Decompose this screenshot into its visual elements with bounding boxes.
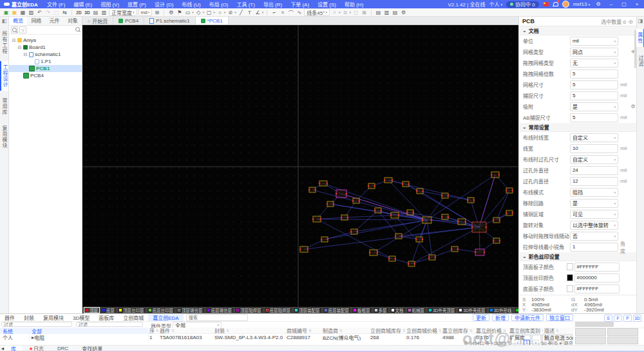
polygon-tool-button[interactable]: ◇ — [195, 9, 202, 16]
right-rail-过滤[interactable]: 过滤 — [637, 52, 644, 70]
ui-settings-button[interactable]: ⚙ — [400, 9, 407, 16]
sort-icon[interactable]: ⇅ — [469, 328, 473, 333]
footprint-preview[interactable] — [607, 328, 638, 336]
align-button-dropdown[interactable]: ▾ — [339, 10, 341, 14]
route-track-button[interactable]: ⌐ — [270, 9, 278, 16]
dock-button-申请新元件[interactable]: 申请新元件 — [511, 314, 544, 321]
source-个人[interactable]: 个人 — [0, 334, 29, 340]
collapse-right-panel-icon[interactable]: ◨ — [638, 18, 643, 24]
property-select[interactable]: 可见▾ — [570, 210, 618, 219]
menu-help[interactable]: 帮助 (H) — [341, 1, 367, 8]
library-tab-封装[interactable]: 封装 — [19, 314, 39, 321]
layer-板框层[interactable]: 板框层 — [352, 307, 372, 313]
redo-button[interactable]: ↷ — [44, 9, 52, 16]
column-header-器件[interactable]: 器件⇅ — [158, 328, 213, 333]
left-rail-所有工程[interactable]: 所有工程 — [1, 28, 8, 57]
close-button[interactable]: × — [632, 1, 641, 7]
property-input[interactable]: 24 — [570, 166, 618, 175]
column-header-序[interactable]: 序⇅ — [148, 328, 158, 333]
length-tune-button[interactable]: ∿ — [296, 9, 303, 16]
property-input[interactable]: #FFFFFF — [574, 263, 620, 272]
collab-status-pill[interactable]: 协同中 0 — [506, 1, 539, 8]
project-tab-对象[interactable]: 对象 — [64, 17, 82, 25]
library-tab-3D模型[interactable]: 3D模型 — [68, 314, 94, 321]
column-header-嘉立创库类别[interactable]: 嘉立创库类别⇅ — [508, 328, 543, 333]
canvas-settings-button[interactable]: ⚙ — [167, 9, 175, 16]
section-常用设置[interactable]: ⌄常用设置 — [519, 123, 636, 132]
new-button[interactable]: ▣ — [3, 9, 10, 16]
left-rail-常用库[interactable]: 常用库 — [1, 95, 8, 118]
menu-route[interactable]: 布线 (U) — [178, 1, 204, 8]
layer-顶层阻焊层[interactable]: 顶层阻焊层 — [234, 307, 263, 313]
grid-button[interactable]: ⊞ — [153, 9, 160, 16]
tree-item-pcb4[interactable]: PCB4 — [9, 72, 82, 79]
lock-button[interactable]: ◻ — [352, 9, 359, 16]
tree-expander-icon[interactable]: ⊟ — [12, 38, 16, 43]
dimension-tool-button[interactable]: ∠ — [254, 9, 261, 16]
filter-funnel-icon[interactable]: ▽ — [19, 26, 26, 33]
menu-design[interactable]: 设计 (D) — [151, 1, 177, 8]
library-tab-复用模块[interactable]: 复用模块 — [39, 314, 68, 321]
layer-底层[interactable]: 底层 — [100, 307, 117, 313]
class-电阻[interactable]: ▸ 电阻 — [29, 334, 148, 340]
tab-p1schematic1[interactable]: P1.schematic1 — [144, 17, 195, 24]
panel-left-toggle[interactable]: ▤ — [375, 9, 382, 16]
menu-order[interactable]: 下单 (A) — [287, 1, 313, 8]
symbol-preview[interactable] — [575, 328, 606, 336]
text-tool-button[interactable]: T — [246, 9, 253, 16]
circle-tool-button[interactable]: ○ — [216, 9, 223, 16]
column-header-嘉立创库存[interactable]: 嘉立创库存⇅ — [441, 328, 475, 333]
column-header-描述[interactable]: 描述⇅ — [543, 328, 573, 333]
library-tab-立创商城[interactable]: 立创商城 — [118, 314, 148, 321]
property-input[interactable]: 5 — [570, 91, 618, 100]
column-header-嘉立创价格[interactable]: 嘉立创价格⇅ — [475, 328, 508, 333]
property-select[interactable]: 阻挡▾ — [570, 188, 618, 197]
pin-icon[interactable]: ◎ — [629, 19, 633, 24]
app-logo[interactable]: 嘉立创EDA — [0, 1, 43, 8]
tab-开始页[interactable]: ⌂开始页 — [82, 17, 113, 24]
property-select[interactable]: 是▾ — [570, 199, 618, 208]
pcb-preview[interactable] — [575, 337, 606, 344]
layer-顶层装配层[interactable]: 顶层装配层 — [293, 307, 322, 313]
distribute-button-dropdown[interactable]: ▾ — [349, 10, 351, 14]
user-avatar[interactable] — [562, 1, 569, 8]
sort-icon[interactable]: ⇅ — [171, 328, 175, 333]
property-input[interactable]: 1 — [570, 243, 618, 252]
column-header-制造商[interactable]: 制造商⇅ — [321, 328, 369, 333]
property-select[interactable]: 网点▾ — [570, 48, 618, 57]
edition-select[interactable]: 个人▾ — [489, 1, 503, 8]
property-select[interactable]: 否▾ — [570, 232, 618, 241]
board-preview-button[interactable]: ▤ — [92, 9, 99, 16]
teardrop-button[interactable]: ⌒ — [287, 9, 294, 16]
layer-3D外形线[interactable]: 3D外形线 — [488, 307, 514, 313]
right-rail-属性[interactable]: 属性 — [636, 29, 644, 47]
property-select[interactable]: 是▾ — [570, 102, 618, 111]
panel-bottom-toggle[interactable]: ▥ — [383, 9, 390, 16]
dock-button-更新[interactable]: 更新 — [473, 314, 489, 321]
library-tab-嘉立创EDA[interactable]: 嘉立创EDA — [148, 314, 183, 321]
line-tool-button[interactable]: ╱ — [238, 9, 245, 16]
property-select[interactable]: 无▾ — [570, 59, 618, 68]
color-swatch[interactable] — [567, 285, 573, 292]
property-select[interactable]: 以选中整体旋转▾ — [570, 221, 618, 230]
minimize-button[interactable]: – — [607, 1, 616, 7]
dimension-tool-button-dropdown[interactable]: ▾ — [262, 10, 264, 14]
sort-icon[interactable]: ⇅ — [503, 328, 506, 333]
view-2d-button[interactable]: 2D — [75, 9, 82, 16]
project-tab-网络[interactable]: 网络 — [27, 17, 45, 25]
user-menu[interactable]: mxf13▾ — [573, 1, 590, 7]
project-tab-元件[interactable]: 元件 — [46, 17, 64, 25]
selection-filter-button[interactable]: ⬚ — [53, 9, 60, 16]
track-width-select[interactable]: 正常宽度▾ — [109, 8, 137, 16]
menu-file[interactable]: 文件 (F) — [43, 1, 69, 8]
library-tab-器件[interactable]: 器件 — [0, 314, 19, 321]
tree-item-1.p1[interactable]: 1.P1 — [9, 58, 82, 65]
sort-icon[interactable]: ⇅ — [556, 328, 559, 333]
property-select[interactable]: 自定义▾ — [570, 133, 618, 142]
menu-view[interactable]: 视图 (V) — [97, 1, 123, 8]
property-gutter-icon[interactable]: ⚙ — [630, 104, 636, 109]
column-header-立创商城库存[interactable]: 立创商城库存⇅ — [369, 328, 405, 333]
dock-button-独立窗口[interactable]: 独立窗口 — [546, 314, 573, 321]
roundrect-tool-button-dropdown[interactable]: ▾ — [213, 10, 215, 14]
tab-pcb1[interactable]: *PCB1 — [196, 17, 229, 24]
